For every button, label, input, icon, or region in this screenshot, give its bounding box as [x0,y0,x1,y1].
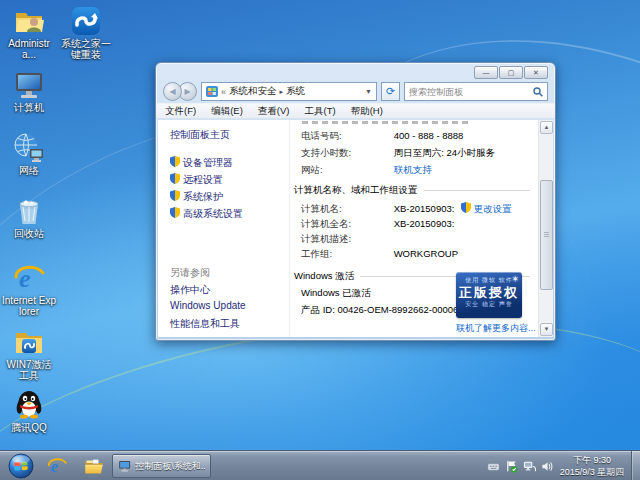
activation-status: Windows 已激活 [301,287,371,298]
desktop-icon-recycle-bin[interactable]: 回收站 [2,195,56,239]
computer-icon [13,69,45,101]
system-control-panel-window: — ▢ ✕ ◀ ▶ « 系统和安全 ▸ 系统 ▼ ⟳ [155,62,556,341]
breadcrumb-system-security[interactable]: 系统和安全 [229,85,277,98]
search-input[interactable] [409,87,533,97]
vertical-scrollbar[interactable]: ▲ ▼ [538,120,553,337]
desktop-icon-internet-explorer[interactable]: e Internet Explorer [2,262,56,317]
section-title: 计算机名称、域和工作组设置 [294,184,418,197]
desktop-icon-administrator[interactable]: Administra... [2,5,56,60]
learn-more-online-link[interactable]: 联机了解更多内容... [456,322,536,335]
taskbar-ie-icon[interactable]: e [47,456,67,476]
sidebar-item-device-manager[interactable]: 设备管理器 [170,156,233,170]
phone-label: 电话号码: [301,130,391,143]
search-icon[interactable] [533,87,543,97]
desktop-icon-win7-activator[interactable]: WIN7激活工具 [2,326,56,381]
workgroup-label: 工作组: [301,248,391,261]
menu-tools[interactable]: 工具(T) [304,105,335,118]
taskbar-explorer-icon[interactable] [84,456,104,476]
breadcrumb-separator-icon: ▸ [280,88,284,96]
breadcrumb-system[interactable]: 系统 [286,85,305,98]
badge-star-icon: ✶ [511,274,519,284]
change-settings-link[interactable]: 更改设置 [474,203,512,214]
menu-view[interactable]: 查看(V) [258,105,290,118]
clock-time: 下午 9:30 [558,454,626,466]
row-support-hours: 支持小时数: 周日至周六: 24小时服务 [301,147,495,160]
sidebar-item-remote-settings[interactable]: 远程设置 [170,173,223,187]
genuine-windows-badge[interactable]: ✶ 使用 微软 软件 正版授权 安全 稳定 声誉 [456,272,522,318]
desktop-icon-label: 计算机 [2,102,56,113]
clipped-scrolled-text [302,121,472,124]
desktop-icon-label: Administra... [2,38,56,60]
row-activation-status: Windows 已激活 [301,287,371,300]
row-website: 网站: 联机支持 [301,164,432,177]
control-panel-icon [206,86,218,97]
desktop-icon-label: 回收站 [2,228,56,239]
row-phone: 电话号码: 400 - 888 - 8888 [301,130,463,143]
badge-line3: 安全 稳定 声誉 [456,300,522,309]
scroll-down-button[interactable]: ▼ [540,323,553,336]
uac-shield-icon [170,207,180,218]
navigation-bar: ◀ ▶ « 系统和安全 ▸ 系统 ▼ ⟳ [156,80,555,103]
close-button[interactable]: ✕ [524,66,548,79]
workgroup-value: WORKGROUP [394,248,458,259]
see-also-header: 另请参阅 [170,266,210,280]
sidebar-item-system-protection[interactable]: 系统保护 [170,190,223,204]
user-folder-icon [13,5,45,37]
sidebar-item-label: 高级系统设置 [183,208,243,219]
computer-name-label: 计算机名: [301,203,391,216]
search-box[interactable] [404,82,548,101]
refresh-button[interactable]: ⟳ [381,82,400,101]
desktop-icon-label: 系统之家一键重装 [57,38,115,60]
scrollbar-thumb[interactable] [540,180,553,290]
clock-date: 2015/9/3 星期四 [558,466,626,478]
sidebar-item-label: 远程设置 [183,174,223,185]
minimize-button[interactable]: — [474,66,498,79]
sidebar-item-label: 系统保护 [183,191,223,202]
desktop-icon-network[interactable]: 网络 [2,132,56,176]
row-computer-fullname: 计算机全名: XB-20150903: [301,218,454,231]
main-content: 电话号码: 400 - 888 - 8888 支持小时数: 周日至周六: 24小… [292,120,544,337]
desktop-icon-system-reinstall[interactable]: 系统之家一键重装 [57,5,115,60]
product-id-label: 产品 ID: [301,304,335,315]
sidebar-item-control-panel-home[interactable]: 控制面板主页 [170,128,230,142]
menu-help[interactable]: 帮助(H) [351,105,383,118]
menu-bar: 文件(F) 编辑(E) 查看(V) 工具(T) 帮助(H) [156,103,555,119]
website-label: 网站: [301,164,391,177]
section-computer-name: 计算机名称、域和工作组设置 [294,184,530,197]
sidebar-item-action-center[interactable]: 操作中心 [170,283,210,297]
sidebar-item-advanced-system-settings[interactable]: 高级系统设置 [170,207,243,221]
scroll-up-button[interactable]: ▲ [540,121,553,134]
show-desktop-button[interactable] [631,451,640,480]
desktop-icon-label: WIN7激活工具 [2,359,56,381]
online-support-link[interactable]: 联机支持 [394,164,432,175]
desktop-icon-tencent-qq[interactable]: 腾讯QQ [2,389,56,433]
desktop: Administra... 系统之家一键重装 计算机 [0,0,640,480]
fullname-label: 计算机全名: [301,218,391,231]
sidebar-item-label: 控制面板主页 [170,129,230,140]
section-title: Windows 激活 [294,270,354,283]
input-indicator-icon[interactable] [487,460,500,473]
start-button[interactable] [8,453,34,479]
address-dropdown-icon[interactable]: ▼ [365,88,372,95]
back-button[interactable]: ◀ [163,82,182,101]
taskbar-clock[interactable]: 下午 9:30 2015/9/3 星期四 [558,454,626,478]
volume-icon[interactable] [541,460,554,473]
menu-edit[interactable]: 编辑(E) [211,105,243,118]
action-center-flag-icon[interactable] [505,460,518,473]
row-computer-name: 计算机名: XB-20150903: 更改设置 [301,202,512,216]
titlebar[interactable]: — ▢ ✕ [156,63,555,80]
sidebar-item-windows-update[interactable]: Windows Update [170,300,246,311]
row-computer-description: 计算机描述: [301,233,391,246]
desktop-icon-label: Internet Explorer [2,295,56,317]
network-status-icon[interactable] [523,460,536,473]
internet-explorer-icon: e [13,262,45,294]
breadcrumb-overflow-chevron[interactable]: « [221,87,226,97]
maximize-button[interactable]: ▢ [499,66,523,79]
sidebar-item-performance-tools[interactable]: 性能信息和工具 [170,317,240,331]
address-bar[interactable]: « 系统和安全 ▸ 系统 ▼ [201,82,377,101]
uac-shield-icon [170,156,180,167]
taskbar-task-control-panel[interactable]: 控制面板\系统和... [112,454,211,478]
desktop-icon-computer[interactable]: 计算机 [2,69,56,113]
menu-file[interactable]: 文件(F) [165,105,196,118]
hours-label: 支持小时数: [301,147,391,160]
